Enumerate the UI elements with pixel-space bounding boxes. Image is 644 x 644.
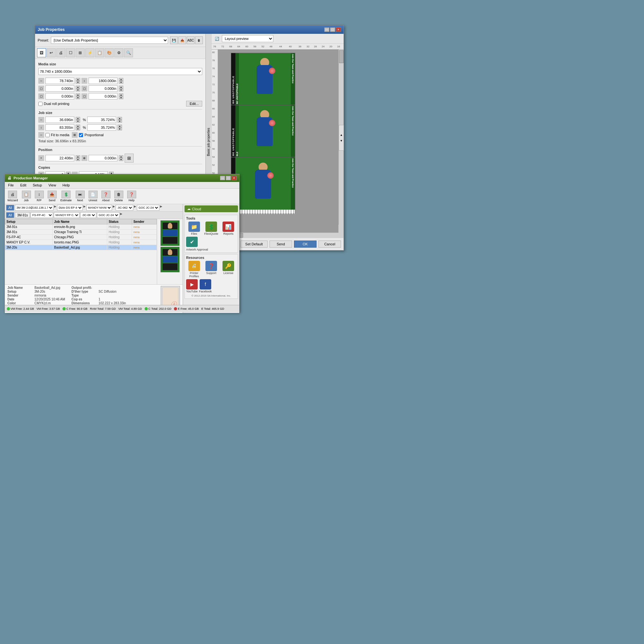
tb-delete-button[interactable]: 🗑 Delete <box>113 190 125 203</box>
table-row-selected[interactable]: 3M-20s Basketball_Ad.jpg Holding mms <box>5 245 157 250</box>
py-up[interactable]: ▲ <box>119 155 123 158</box>
menu-setup[interactable]: Setup <box>32 183 43 188</box>
tb-wizard-button[interactable]: 🖨 Wizzard <box>6 190 19 203</box>
rename-preset-button[interactable]: ABC <box>187 36 194 44</box>
table-row[interactable]: MANOY EP C.V. toronto.mac.PNG Holding mm… <box>5 240 157 245</box>
media-size-dropdown[interactable]: 78.740 x 1800.000in <box>38 68 202 75</box>
tab-icon-2[interactable]: ↩ <box>47 48 56 57</box>
mright-down[interactable]: ▼ <box>119 89 123 91</box>
tab-icon-8[interactable]: 🎨 <box>105 48 114 57</box>
printer-filter-select[interactable]: 3M 3M 2.0@192.138.1.78 <box>15 205 53 211</box>
proportional-checkbox[interactable] <box>79 133 83 137</box>
sub-filter-1[interactable]: FS-FP-4C <box>31 212 53 218</box>
mbot-up[interactable]: ▲ <box>76 93 80 96</box>
px-up[interactable]: ▲ <box>76 155 80 158</box>
height-down[interactable]: ▼ <box>119 81 123 84</box>
mleft-down[interactable]: ▼ <box>119 96 123 99</box>
jh-up[interactable]: ▲ <box>76 125 80 128</box>
close-button[interactable]: ✕ <box>336 27 341 32</box>
sub-filter-4[interactable]: GOC JC-240F <box>97 212 119 218</box>
filter-all-button[interactable]: All <box>6 205 14 211</box>
table-row[interactable]: 3M-91s Chicago Training Ti Holding mms <box>5 230 157 235</box>
job-width-pct-input[interactable] <box>87 117 116 123</box>
mbot-down[interactable]: ▼ <box>76 96 80 99</box>
job-select[interactable]: .0C-062 <box>116 205 133 211</box>
sub-filter-3[interactable]: .0C-062 <box>80 212 96 218</box>
res-support[interactable]: ❓ Support <box>203 261 219 278</box>
prod-close-button[interactable]: ✕ <box>232 176 237 180</box>
position-center-button[interactable]: ⊞ <box>125 154 134 163</box>
width-up[interactable]: ▲ <box>76 78 80 81</box>
height-up[interactable]: ▲ <box>119 78 123 81</box>
tb-job-button[interactable]: 📋 Job <box>21 190 32 203</box>
tab-icon-10[interactable]: 🔍 <box>124 48 133 57</box>
preview-refresh-icon[interactable]: 🔄 <box>213 35 221 42</box>
sub-filter-2[interactable]: MANOY FP C.V. <box>54 212 80 218</box>
table-row[interactable]: 3M-91s enroute-fb.png Holding mms <box>5 224 157 230</box>
tool-files[interactable]: 📁 Files <box>186 222 202 235</box>
tb-unrest-button[interactable]: 📄 Unrest <box>87 190 99 203</box>
collapse-up-arrow[interactable]: ▲ <box>340 133 343 137</box>
table-row[interactable]: FS-FP-4C Chicago.PNG Holding mms <box>5 235 157 240</box>
mleft-up[interactable]: ▲ <box>119 93 123 96</box>
margin-bottom-input[interactable] <box>45 93 74 99</box>
tb-help-button[interactable]: ❓ Help <box>126 190 137 203</box>
tb-about-button[interactable]: ❓ About <box>100 190 112 203</box>
margin-top-input[interactable] <box>45 85 74 92</box>
dual-roll-checkbox[interactable] <box>38 102 43 106</box>
py-down[interactable]: ▼ <box>119 158 123 161</box>
menu-file[interactable]: File <box>7 183 15 188</box>
tab-icon-6[interactable]: ⚡ <box>85 48 94 57</box>
send-button[interactable]: Send <box>270 241 292 248</box>
mright-up[interactable]: ▲ <box>119 86 123 89</box>
fit-to-media-checkbox[interactable] <box>45 133 50 137</box>
jwp-up[interactable]: ▲ <box>118 117 122 120</box>
cancel-button[interactable]: Cancel <box>318 241 341 248</box>
menu-edit[interactable]: Edit <box>19 183 28 188</box>
menu-help[interactable]: Help <box>61 183 71 188</box>
ok-button[interactable]: OK <box>294 241 317 248</box>
media-height-input[interactable] <box>89 78 118 84</box>
media-width-input[interactable] <box>45 78 74 84</box>
tb-rp-button[interactable]: ↕ R/P <box>33 190 45 203</box>
mtop-up[interactable]: ▲ <box>76 86 80 89</box>
jhp-down[interactable]: ▼ <box>118 128 122 130</box>
res-printer-profiles[interactable]: 🖨 Printer Profiles <box>186 261 202 278</box>
preset-select[interactable]: [Use Default Job Properties] <box>51 37 168 44</box>
tab-icon-5[interactable]: ⊞ <box>76 48 85 57</box>
social-facebook[interactable]: f Facebook <box>199 279 212 293</box>
v-scroll-thumb[interactable] <box>339 50 344 63</box>
job-height-pct-input[interactable] <box>87 124 116 131</box>
filter-3m91s[interactable]: 3M-91s <box>15 212 30 218</box>
pos-y-input[interactable] <box>89 155 118 161</box>
tb-send-button[interactable]: 📤 Send <box>46 190 58 203</box>
minimize-button[interactable]: — <box>324 27 329 32</box>
res-license[interactable]: 🔑 License <box>221 261 236 278</box>
filter-all-btn-2[interactable]: All <box>6 212 14 218</box>
queue-select[interactable]: GOC JC-240F <box>137 205 159 211</box>
tb-next-button[interactable]: ⏭ Next <box>74 190 86 203</box>
dual-roll-edit-button[interactable]: Edit... <box>186 101 202 107</box>
jwp-down[interactable]: ▼ <box>118 120 122 123</box>
margin-left-input[interactable] <box>89 93 118 99</box>
prod-maximize-button[interactable]: □ <box>226 176 231 180</box>
cloud-button[interactable]: ☁ Cloud <box>185 205 238 212</box>
jh-down[interactable]: ▼ <box>76 128 80 130</box>
tool-reports[interactable]: 📊 Reports <box>221 222 236 235</box>
maximize-button[interactable]: □ <box>330 27 335 32</box>
jw-up[interactable]: ▲ <box>76 117 80 120</box>
tb-estimate-button[interactable]: 💲 Estimate <box>59 190 73 203</box>
tool-flexiquote[interactable]: 💲 FlexiQuote <box>203 222 219 235</box>
preview-mode-dropdown[interactable]: Layout preview <box>222 35 273 42</box>
collapse-down-arrow[interactable]: ▼ <box>340 139 343 142</box>
social-youtube[interactable]: ▶ YouTube <box>186 279 198 293</box>
prod-minimize-button[interactable]: — <box>220 176 225 180</box>
delete-preset-button[interactable]: 🗑 <box>195 36 203 44</box>
mtop-down[interactable]: ▼ <box>76 89 80 91</box>
width-down[interactable]: ▼ <box>76 81 80 84</box>
user-select[interactable]: MANOY MANOY EP C.V. <box>86 205 112 211</box>
px-down[interactable]: ▼ <box>76 158 80 161</box>
jhp-up[interactable]: ▲ <box>118 125 122 128</box>
margin-right-input[interactable] <box>89 85 118 92</box>
save-preset-button[interactable]: 💾 <box>170 36 178 44</box>
